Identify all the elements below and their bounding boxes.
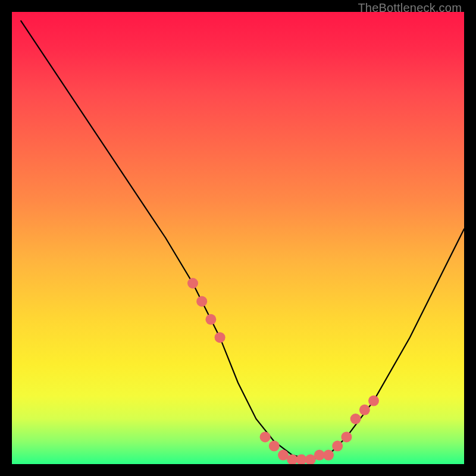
highlight-dot — [332, 441, 343, 452]
highlight-dot — [260, 431, 271, 442]
highlight-dot — [359, 405, 370, 415]
highlight-dot — [205, 314, 216, 325]
chart-frame: TheBottleneck.com — [0, 0, 476, 476]
chart-svg — [12, 12, 464, 464]
highlight-dot — [341, 431, 352, 442]
plot-area — [12, 12, 464, 464]
highlight-dot — [269, 441, 280, 452]
bottleneck-curve — [21, 21, 464, 459]
highlight-dot — [187, 278, 198, 289]
highlight-dots — [187, 278, 379, 464]
highlight-dot — [323, 450, 334, 461]
highlight-dot — [215, 332, 226, 343]
highlight-dot — [368, 396, 379, 406]
highlight-dot — [196, 296, 207, 306]
highlight-dot — [350, 414, 361, 424]
